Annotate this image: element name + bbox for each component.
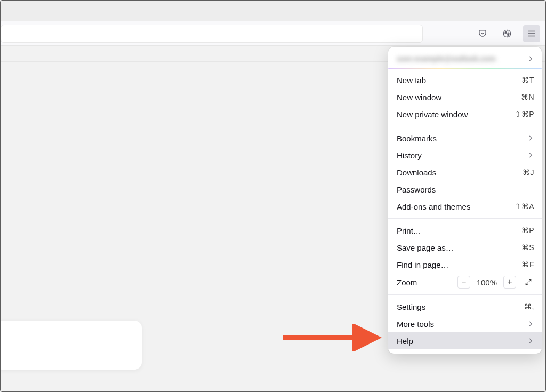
menu-find[interactable]: Find in page… ⌘F: [388, 256, 542, 273]
account-email: user.example@outlook.com: [397, 54, 496, 63]
chevron-right-icon: [527, 337, 534, 345]
menu-item-accel: ⌘T: [521, 76, 534, 84]
menu-print[interactable]: Print… ⌘P: [388, 222, 542, 239]
svg-point-2: [507, 34, 509, 36]
menu-help[interactable]: Help: [388, 332, 542, 349]
window-titlebar: [1, 1, 545, 21]
chevron-right-icon: [527, 134, 534, 142]
menu-item-label: More tools: [397, 319, 434, 329]
menu-item-accel: ⌘S: [521, 243, 534, 252]
app-menu-button[interactable]: [523, 25, 540, 42]
menu-zoom: Zoom − 100% +: [388, 273, 542, 291]
menu-item-label: Help: [397, 337, 413, 346]
extension-icon[interactable]: [499, 25, 516, 42]
menu-downloads[interactable]: Downloads ⌘J: [388, 164, 542, 181]
menu-divider: [388, 218, 542, 219]
chevron-right-icon: [527, 55, 534, 62]
content-card: [0, 321, 142, 370]
menu-settings[interactable]: Settings ⌘,: [388, 298, 542, 315]
menu-item-label: Bookmarks: [397, 134, 437, 143]
menu-item-accel: ⌘J: [523, 168, 534, 177]
menu-new-tab[interactable]: New tab ⌘T: [388, 71, 542, 89]
menu-account-row[interactable]: user.example@outlook.com: [388, 50, 542, 68]
menu-history[interactable]: History: [388, 147, 542, 164]
menu-item-label: History: [397, 151, 422, 160]
menu-addons[interactable]: Add-ons and themes ⇧⌘A: [388, 198, 542, 215]
menu-save-as[interactable]: Save page as… ⌘S: [388, 239, 542, 256]
account-divider: [388, 68, 542, 69]
menu-item-label: New window: [397, 93, 441, 102]
url-bar[interactable]: [1, 25, 423, 43]
pocket-icon[interactable]: [474, 25, 491, 42]
menu-item-label: Settings: [397, 302, 425, 311]
menu-bookmarks[interactable]: Bookmarks: [388, 130, 542, 147]
menu-item-accel: ⌘P: [521, 226, 534, 235]
zoom-value: 100%: [477, 278, 497, 287]
menu-new-private-window[interactable]: New private window ⇧⌘P: [388, 106, 542, 123]
menu-item-label: Find in page…: [397, 260, 449, 269]
menu-divider: [388, 126, 542, 126]
menu-item-label: Passwords: [397, 185, 436, 194]
menu-passwords[interactable]: Passwords: [388, 181, 542, 198]
svg-point-1: [505, 31, 507, 33]
app-menu-dropdown: user.example@outlook.com New tab ⌘T New …: [388, 47, 542, 354]
menu-item-label: Save page as…: [397, 243, 454, 252]
menu-item-accel: ⌘N: [521, 93, 534, 101]
menu-item-label: Add-ons and themes: [397, 202, 470, 211]
menu-more-tools[interactable]: More tools: [388, 315, 542, 332]
chevron-right-icon: [527, 151, 534, 159]
menu-new-window[interactable]: New window ⌘N: [388, 89, 542, 106]
menu-item-label: New private window: [397, 110, 468, 119]
zoom-out-button[interactable]: −: [457, 276, 470, 289]
toolbar-icons: [474, 21, 540, 45]
menu-item-accel: ⌘,: [524, 302, 534, 311]
menu-item-accel: ⌘F: [521, 260, 534, 269]
menu-divider: [388, 294, 542, 295]
menu-item-label: Downloads: [397, 168, 436, 177]
zoom-label: Zoom: [397, 278, 417, 287]
chevron-right-icon: [527, 320, 534, 327]
menu-item-label: Print…: [397, 226, 421, 235]
menu-item-accel: ⇧⌘P: [515, 110, 534, 118]
menu-item-accel: ⇧⌘A: [515, 202, 534, 211]
zoom-in-button[interactable]: +: [503, 276, 516, 289]
fullscreen-icon[interactable]: [523, 276, 534, 288]
browser-toolbar: [1, 21, 545, 46]
menu-item-label: New tab: [397, 76, 426, 85]
